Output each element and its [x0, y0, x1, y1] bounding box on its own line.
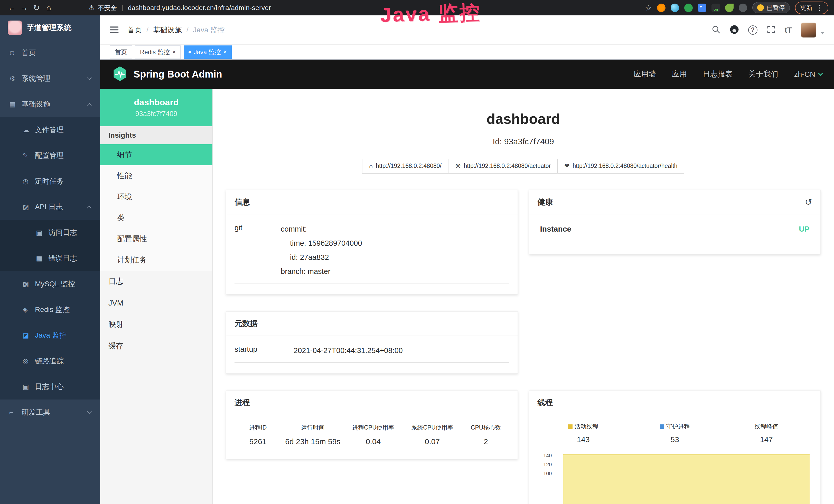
sidebar-item-label: 首页 [22, 48, 36, 58]
extension-fox-icon[interactable] [657, 4, 665, 12]
sba-item-metrics[interactable]: 性能 [100, 165, 213, 186]
update-button[interactable]: 更新 ⋮ [795, 2, 828, 14]
paused-badge[interactable]: 已暂停 [752, 2, 790, 13]
language-selector[interactable]: zh-CN [794, 70, 822, 78]
breadcrumb-infra[interactable]: 基础设施 [153, 25, 182, 35]
extension-on-badge[interactable]: on [711, 4, 720, 12]
sidebar-item-redis-monitor[interactable]: ◈ Redis 监控 [0, 297, 100, 322]
font-size-icon[interactable]: tT [785, 26, 792, 35]
process-col-header: 系统CPU使用率 [402, 422, 462, 437]
address-bar[interactable]: ⚠ 不安全 | dashboard.yudao.iocoder.cn/infra… [88, 4, 271, 12]
search-icon[interactable] [712, 25, 721, 35]
sidebar-item-config-mgmt[interactable]: ✎ 配置管理 [0, 143, 100, 168]
health-instance-row[interactable]: Instance UP [540, 224, 810, 241]
history-icon[interactable]: ↺ [805, 197, 812, 207]
service-url-link[interactable]: ⌂ http://192.168.0.2:48080/ [362, 159, 448, 174]
bookmark-star-icon[interactable]: ☆ [645, 3, 652, 12]
tools-icon: ⌐ [9, 409, 22, 416]
metadata-startup-row: startup 2021-04-27T00:44:31.254+08:00 [235, 344, 509, 363]
sidebar-item-error-logs[interactable]: ▦ 错误日志 [0, 246, 100, 271]
close-icon[interactable]: × [223, 48, 227, 55]
sba-item-config-props[interactable]: 配置属性 [100, 229, 213, 250]
extension-drop-icon[interactable] [671, 4, 679, 12]
extension-grid-icon[interactable] [698, 4, 706, 12]
sidebar-item-file-mgmt[interactable]: ☁ 文件管理 [0, 117, 100, 143]
sba-nav-applications[interactable]: 应用 [672, 69, 687, 79]
actuator-url-link[interactable]: ⚒ http://192.168.0.2:48080/actuator [448, 159, 557, 174]
sba-nav-about[interactable]: 关于我们 [748, 69, 778, 79]
sba-item-mappings[interactable]: 映射 [100, 314, 213, 335]
sidebar-item-system[interactable]: ⚙ 系统管理 [0, 66, 100, 91]
tab-label: Java 监控 [194, 48, 221, 56]
extension-green-icon[interactable] [684, 4, 693, 12]
breadcrumb-home[interactable]: 首页 [127, 25, 142, 35]
sidebar-item-access-logs[interactable]: ▣ 访问日志 [0, 220, 100, 246]
instance-header[interactable]: dashboard 93a3fc7f7409 [100, 89, 213, 126]
home-icon[interactable]: ⌂ [43, 3, 55, 12]
sba-nav-journal[interactable]: 日志报表 [703, 69, 732, 79]
sba-brand-title[interactable]: Spring Boot Admin [134, 69, 222, 80]
legend-value: 53 [629, 435, 721, 444]
sba-item-loggers[interactable]: 日志 [100, 271, 213, 292]
sidebar-item-dev-tools[interactable]: ⌐ 研发工具 [0, 399, 100, 425]
instance-id: 93a3fc7f7409 [135, 110, 177, 118]
health-card: 健康 ↺ Instance UP [529, 190, 821, 254]
sidebar-item-trace[interactable]: ◎ 链路追踪 [0, 348, 100, 374]
emoji-icon [757, 4, 764, 11]
sidebar-item-label: Redis 监控 [35, 305, 70, 315]
tab-redis-monitor[interactable]: Redis 监控 × [135, 45, 180, 59]
sba-item-environment[interactable]: 环境 [100, 186, 213, 207]
github-icon[interactable] [730, 25, 739, 35]
sba-item-caches[interactable]: 缓存 [100, 335, 213, 357]
info-key: git [235, 222, 281, 279]
user-avatar[interactable] [801, 23, 816, 38]
sidebar-item-home[interactable]: ⊙ 首页 [0, 40, 100, 66]
sidebar-item-mysql-monitor[interactable]: ▩ MySQL 监控 [0, 271, 100, 297]
tab-home[interactable]: 首页 [110, 45, 132, 59]
redis-icon: ◈ [23, 306, 35, 314]
chevron-down-icon [818, 71, 823, 75]
sba-item-jvm[interactable]: JVM [100, 292, 213, 314]
link-label: http://192.168.0.2:48080/actuator/health [572, 162, 677, 169]
sidebar-item-log-center[interactable]: ▣ 日志中心 [0, 374, 100, 399]
app-logo [8, 21, 22, 35]
sidebar-item-label: 研发工具 [22, 408, 50, 417]
process-col-header: 进程ID [235, 422, 281, 437]
tab-java-monitor[interactable]: Java 监控 × [184, 45, 232, 59]
forward-icon[interactable]: → [18, 3, 30, 12]
sba-sidebar: dashboard 93a3fc7f7409 Insights 细节 性能 环境… [100, 89, 213, 504]
sba-group-insights[interactable]: Insights [100, 126, 213, 144]
sba-item-beans[interactable]: 类 [100, 207, 213, 229]
extension-leaf-icon[interactable] [725, 4, 733, 12]
app-header: 首页 / 基础设施 / Java 监控 ? tT [100, 16, 834, 45]
sidebar-item-scheduled-jobs[interactable]: ◷ 定时任务 [0, 168, 100, 194]
warning-icon: ⚠ [88, 4, 94, 12]
paused-label: 已暂停 [766, 4, 785, 12]
sidebar-item-api-logs[interactable]: ▨ API 日志 [0, 194, 100, 220]
legend-value: 147 [721, 435, 812, 444]
url-text[interactable]: dashboard.yudao.iocoder.cn/infra/admin-s… [128, 4, 271, 12]
system-cpu: 0.07 [402, 437, 462, 448]
reload-icon[interactable]: ↻ [30, 3, 43, 13]
menu-kebab-icon[interactable]: ⋮ [816, 4, 823, 12]
sba-nav-wallboard[interactable]: 应用墙 [634, 69, 656, 79]
sidebar-item-java-monitor[interactable]: ◪ Java 监控 [0, 322, 100, 348]
tab-label: Redis 监控 [140, 48, 170, 56]
sba-item-details[interactable]: 细节 [100, 144, 213, 165]
back-icon[interactable]: ← [6, 3, 18, 12]
hamburger-icon[interactable] [110, 26, 119, 34]
app-logo-row[interactable]: 芋道管理系统 [0, 16, 100, 40]
extension-spider-icon[interactable] [739, 4, 747, 12]
home-icon: ⌂ [369, 162, 373, 170]
tab-label: 首页 [115, 48, 127, 56]
help-icon[interactable]: ? [748, 25, 758, 35]
process-col-header: 运行时间 [281, 422, 345, 437]
trace-icon: ◎ [23, 357, 35, 365]
health-url-link[interactable]: ❤ http://192.168.0.2:48080/actuator/heal… [557, 159, 684, 174]
close-icon[interactable]: × [172, 48, 176, 55]
fullscreen-icon[interactable] [767, 25, 775, 35]
sidebar-item-infra[interactable]: ▤ 基础设施 [0, 91, 100, 117]
metadata-card: 元数据 startup 2021-04-27T00:44:31.254+08:0… [226, 312, 518, 373]
sba-item-scheduled-tasks[interactable]: 计划任务 [100, 250, 213, 271]
blue-swatch-icon [660, 425, 664, 429]
